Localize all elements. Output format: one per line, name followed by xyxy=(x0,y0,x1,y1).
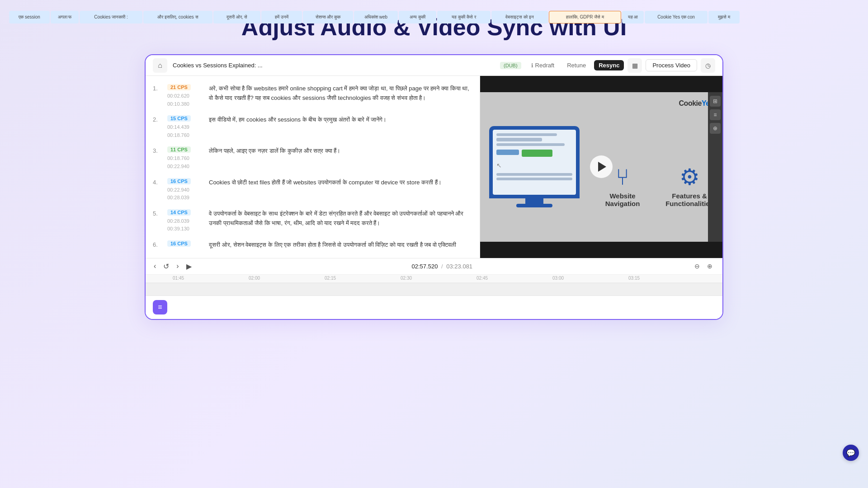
subtitle-item[interactable]: 1. 21 CPS 00:02.62000:10.380 अरे, कभी सो… xyxy=(146,80,480,112)
video-content: CookieYes xyxy=(480,92,722,242)
redraft-button[interactable]: ℹ Redraft xyxy=(527,60,559,70)
monitor-btn-1 xyxy=(496,150,519,155)
subtitle-text: लेकिन पहले, आइए एक नज़र डालें कि कुकीज़ … xyxy=(209,146,472,170)
monitor-base xyxy=(516,204,552,207)
monitor-stand xyxy=(525,198,543,204)
prev-button[interactable]: ‹ xyxy=(153,261,157,271)
time-range: 00:18.76000:22.940 xyxy=(167,155,203,170)
cps-badge: 16 CPS xyxy=(167,240,191,247)
monitor-buttons xyxy=(496,150,572,157)
navigation-icon: ⑂ xyxy=(616,166,629,188)
subtitle-meta: 16 CPS 00:22.94000:28.039 xyxy=(167,178,203,202)
resync-button[interactable]: Resync xyxy=(594,60,624,70)
dub-badge: (DUB) xyxy=(500,62,521,69)
timeline-area: ‹ ↺ › ▶ 02:57.520 / 03:23.081 ⊖ ⊕ 01:450… xyxy=(146,258,722,296)
undo-button[interactable]: ↺ xyxy=(162,261,170,272)
monitor-line-3 xyxy=(496,143,565,146)
subtitle-meta: 16 CPS xyxy=(167,240,203,250)
subtitle-num: 2. xyxy=(153,115,162,139)
subtitle-num: 1. xyxy=(153,84,162,108)
monitor-screen: ↖ xyxy=(493,130,576,195)
info-icon: ℹ xyxy=(531,62,533,69)
cps-badge: 21 CPS xyxy=(167,84,191,90)
next-button[interactable]: › xyxy=(175,261,179,271)
subtitle-item[interactable]: 2. 15 CPS 00:14.43900:18.760 इस वीडियो म… xyxy=(146,112,480,143)
subtitle-meta: 14 CPS 00:28.03900:39.130 xyxy=(167,209,203,233)
time-display: 02:57.520 / 03:23.081 xyxy=(412,263,473,270)
website-navigation-label: Website Navigation xyxy=(598,192,647,207)
monitor-line-5 xyxy=(496,178,572,180)
bottom-bar: ≡ 💬 xyxy=(146,296,722,319)
ruler-mark: 02:30 xyxy=(401,276,412,281)
current-time: 02:57.520 xyxy=(412,263,438,270)
time-separator: / xyxy=(441,263,443,270)
ruler-mark: 02:15 xyxy=(325,276,336,281)
play-pause-button[interactable]: ▶ xyxy=(185,261,193,272)
zoom-in-button[interactable]: ⊕ xyxy=(704,262,715,271)
ruler-mark: 02:45 xyxy=(476,276,488,281)
monitor-body: ↖ xyxy=(489,126,580,198)
ruler-mark: 02:00 xyxy=(249,276,260,281)
sort-button[interactable]: ≡ xyxy=(153,300,167,314)
top-actions: ℹ Redraft Retune Resync ▦ Process Video … xyxy=(527,58,715,73)
time-range: 00:14.43900:18.760 xyxy=(167,123,203,139)
subtitle-num: 5. xyxy=(153,209,162,233)
video-panel: CookieYes xyxy=(480,76,722,258)
subtitle-num: 3. xyxy=(153,146,162,170)
subtitle-text: अरे, कभी सोचा है कि websites हमारे onlin… xyxy=(209,84,472,108)
monitor-line-2 xyxy=(496,138,542,141)
home-button[interactable]: ⌂ xyxy=(153,58,167,73)
ruler-mark: 01:45 xyxy=(173,276,184,281)
subtitle-panel[interactable]: 1. 21 CPS 00:02.62000:10.380 अरे, कभी सो… xyxy=(146,76,480,258)
video-title: Cookies vs Sessions Explained: ... xyxy=(173,62,495,69)
rt-btn-3[interactable]: ⊕ xyxy=(710,123,721,134)
features-card: ⚙ Features & Functionalities xyxy=(665,166,713,207)
redraft-label: Redraft xyxy=(535,62,555,69)
subtitle-meta: 21 CPS 00:02.62000:10.380 xyxy=(167,84,203,108)
monitor-btn-2 xyxy=(522,150,552,157)
timeline-bottom-bar xyxy=(146,283,722,296)
process-video-button[interactable]: Process Video xyxy=(646,59,697,71)
monitor-graphic: ↖ xyxy=(489,126,580,207)
cps-badge: 15 CPS xyxy=(167,115,191,122)
monitor-cursor-area: ↖ xyxy=(496,161,572,169)
timeline-controls: ‹ ↺ › ▶ 02:57.520 / 03:23.081 ⊖ ⊕ xyxy=(146,258,722,275)
subtitle-text: इस वीडियो में, हम cookies और sessions के… xyxy=(209,115,472,139)
cps-badge: 16 CPS xyxy=(167,178,191,184)
video-container: CookieYes xyxy=(480,92,722,242)
subtitle-text: दूसरी ओर, सेशन वेबसाइट्स के लिए एक तरीका… xyxy=(209,240,472,250)
retune-button[interactable]: Retune xyxy=(562,60,590,70)
time-range: 00:28.03900:39.130 xyxy=(167,217,203,233)
zoom-out-button[interactable]: ⊖ xyxy=(692,262,703,271)
top-bar: ⌂ Cookies vs Sessions Explained: ... (DU… xyxy=(146,55,722,76)
history-icon-button[interactable]: ◷ xyxy=(701,58,715,73)
subtitle-item[interactable]: 3. 11 CPS 00:18.76000:22.940 लेकिन पहले,… xyxy=(146,143,480,174)
subtitle-item[interactable]: 6. 16 CPS दूसरी ओर, सेशन वेबसाइट्स के लि… xyxy=(146,237,480,253)
features-label: Features & Functionalities xyxy=(665,192,713,207)
subtitle-item[interactable]: 5. 14 CPS 00:28.03900:39.130 वे उपयोगकर्… xyxy=(146,206,480,237)
timeline-ruler: 01:4502:0002:1502:3002:4503:0003:15 xyxy=(146,275,722,283)
cps-badge: 11 CPS xyxy=(167,146,191,153)
calendar-icon-button[interactable]: ▦ xyxy=(627,58,642,73)
features-icon: ⚙ xyxy=(679,166,700,188)
monitor-line-4 xyxy=(496,173,572,176)
subtitle-num: 6. xyxy=(153,240,162,250)
total-time: 03:23.081 xyxy=(446,263,472,270)
main-content: 1. 21 CPS 00:02.62000:10.380 अरे, कभी सो… xyxy=(146,76,722,258)
subtitle-item[interactable]: 4. 16 CPS 00:22.94000:28.039 Cookies वो … xyxy=(146,174,480,206)
ruler-mark: 03:15 xyxy=(628,276,640,281)
subtitle-text: वे उपयोगकर्ता के वेबसाइट के साथ इंटरेक्श… xyxy=(209,209,472,233)
time-range: 00:22.94000:28.039 xyxy=(167,186,203,202)
rt-btn-2[interactable]: ≡ xyxy=(710,109,721,120)
subtitle-text: Cookies वो छोटी text files होती हैं जो w… xyxy=(209,178,472,202)
right-toolbar: ⊞ ≡ ⊕ xyxy=(708,92,722,242)
app-window: ⌂ Cookies vs Sessions Explained: ... (DU… xyxy=(145,54,723,320)
rt-btn-1[interactable]: ⊞ xyxy=(710,96,721,107)
zoom-controls: ⊖ ⊕ xyxy=(692,262,715,271)
subtitle-meta: 15 CPS 00:14.43900:18.760 xyxy=(167,115,203,139)
play-button[interactable] xyxy=(590,155,613,178)
ruler-mark: 03:00 xyxy=(552,276,564,281)
subtitle-meta: 11 CPS 00:18.76000:22.940 xyxy=(167,146,203,170)
play-triangle-icon xyxy=(598,162,606,172)
video-top-bar xyxy=(480,76,722,92)
